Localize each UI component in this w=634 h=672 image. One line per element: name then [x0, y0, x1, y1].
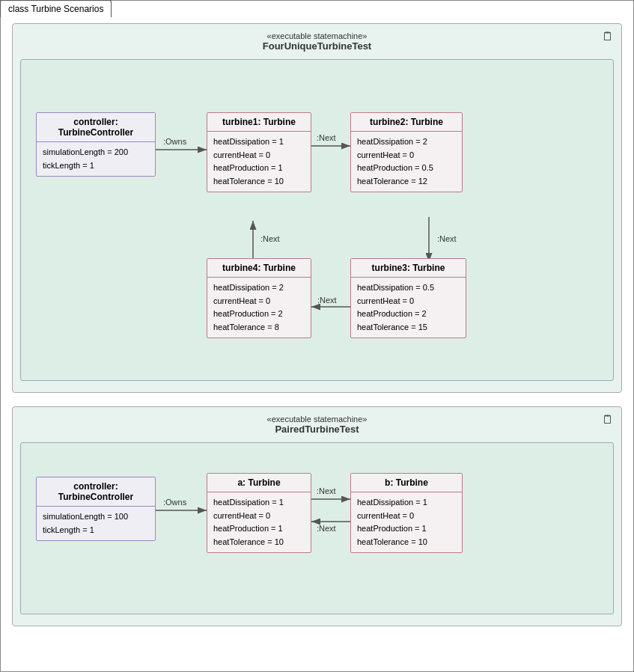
turbineB-attr3: heatProduction = 1	[357, 522, 456, 536]
turbine1-attr1: heatDissipation = 1	[213, 135, 305, 149]
controller1-body: simulationLength = 200 tickLength = 1	[37, 142, 155, 176]
turbine2-attr1: heatDissipation = 2	[357, 135, 456, 149]
turbineA-box: a: Turbine heatDissipation = 1 currentHe…	[207, 473, 311, 553]
turbine3-attr4: heatTolerance = 15	[357, 321, 460, 335]
turbine2-body: heatDissipation = 2 currentHeat = 0 heat…	[351, 132, 462, 192]
controller-box-1: controller: TurbineController simulation…	[36, 112, 156, 177]
turbineB-header: b: Turbine	[351, 474, 462, 492]
nextAB-label: :Next	[317, 486, 336, 495]
turbine2-attr3: heatProduction = 0.5	[357, 162, 456, 175]
turbine1-attr4: heatTolerance = 10	[213, 175, 305, 189]
turbineA-attr1: heatDissipation = 1	[213, 496, 305, 510]
turbine3-attr3: heatProduction = 2	[357, 308, 460, 321]
turbine4-attr2: currentHeat = 0	[213, 295, 305, 308]
controller2-attr2: tickLength = 1	[43, 524, 149, 537]
turbine3-attr1: heatDissipation = 0.5	[357, 281, 460, 295]
turbineA-header: a: Turbine	[207, 474, 311, 492]
turbine4-attr3: heatProduction = 2	[213, 308, 305, 321]
frame2-header: «executable statemachine» PairedTurbineT…	[20, 415, 614, 435]
diagram1-arrows	[21, 60, 613, 380]
frame1-icon: 🗒	[602, 30, 614, 43]
turbine2-attr2: currentHeat = 0	[357, 149, 456, 162]
turbine3-attr2: currentHeat = 0	[357, 295, 460, 308]
frame1-title: FourUniqueTurbineTest	[20, 40, 614, 52]
next12-label: :Next	[317, 133, 336, 142]
next23-label: :Next	[437, 234, 457, 243]
next41-label: :Next	[260, 234, 280, 243]
controller2-attr1: simulationLength = 100	[43, 510, 149, 524]
turbine1-header: turbine1: Turbine	[207, 113, 311, 132]
turbineB-attr2: currentHeat = 0	[357, 510, 456, 523]
turbine2-attr4: heatTolerance = 12	[357, 175, 456, 189]
turbineA-attr4: heatTolerance = 10	[213, 536, 305, 549]
page-content: «executable statemachine» FourUniqueTurb…	[0, 0, 634, 672]
nextBA-label: :Next	[317, 524, 336, 533]
turbine1-box: turbine1: Turbine heatDissipation = 1 cu…	[207, 112, 311, 192]
turbine3-header: turbine3: Turbine	[351, 259, 466, 278]
diagram2-area: controller: TurbineController simulation…	[20, 442, 614, 614]
frame2-stereotype: «executable statemachine»	[20, 415, 614, 424]
owns-label-2: :Owns	[163, 498, 186, 507]
next34-label: :Next	[317, 296, 337, 305]
turbine4-box: turbine4: Turbine heatDissipation = 2 cu…	[207, 258, 311, 338]
turbine1-attr3: heatProduction = 1	[213, 162, 305, 175]
turbineB-box: b: Turbine heatDissipation = 1 currentHe…	[350, 473, 463, 553]
controller1-attr1: simulationLength = 200	[43, 146, 149, 159]
page-tab[interactable]: class Turbine Scenarios	[0, 0, 112, 17]
turbineB-attr1: heatDissipation = 1	[357, 496, 456, 510]
statemachine-frame-2: «executable statemachine» PairedTurbineT…	[12, 406, 622, 626]
diagram1-area: controller: TurbineController simulation…	[20, 59, 614, 381]
turbineB-body: heatDissipation = 1 currentHeat = 0 heat…	[351, 492, 462, 552]
turbine4-body: heatDissipation = 2 currentHeat = 0 heat…	[207, 278, 311, 337]
turbine4-header: turbine4: Turbine	[207, 259, 311, 278]
turbine1-attr2: currentHeat = 0	[213, 149, 305, 162]
turbine3-box: turbine3: Turbine heatDissipation = 0.5 …	[350, 258, 466, 338]
controller-box-2: controller: TurbineController simulation…	[36, 477, 156, 541]
turbine2-header: turbine2: Turbine	[351, 113, 462, 132]
statemachine-frame-1: «executable statemachine» FourUniqueTurb…	[12, 23, 622, 393]
turbine2-box: turbine2: Turbine heatDissipation = 2 cu…	[350, 112, 463, 192]
controller2-header: controller: TurbineController	[37, 477, 155, 507]
controller2-body: simulationLength = 100 tickLength = 1	[37, 507, 155, 540]
owns-label-1: :Owns	[163, 137, 186, 146]
frame2-icon: 🗒	[602, 413, 614, 427]
controller1-header: controller: TurbineController	[37, 113, 155, 142]
turbine4-attr4: heatTolerance = 8	[213, 321, 305, 335]
turbineA-attr2: currentHeat = 0	[213, 510, 305, 523]
controller1-attr2: tickLength = 1	[43, 159, 149, 173]
turbineA-body: heatDissipation = 1 currentHeat = 0 heat…	[207, 492, 311, 552]
frame2-title: PairedTurbineTest	[20, 424, 614, 435]
page-title: class Turbine Scenarios	[8, 4, 103, 14]
turbineA-attr3: heatProduction = 1	[213, 522, 305, 536]
turbine3-body: heatDissipation = 0.5 currentHeat = 0 he…	[351, 278, 466, 337]
turbine4-attr1: heatDissipation = 2	[213, 281, 305, 295]
frame1-header: «executable statemachine» FourUniqueTurb…	[20, 31, 614, 52]
turbineB-attr4: heatTolerance = 10	[357, 536, 456, 549]
frame1-stereotype: «executable statemachine»	[20, 31, 614, 40]
turbine1-body: heatDissipation = 1 currentHeat = 0 heat…	[207, 132, 311, 192]
